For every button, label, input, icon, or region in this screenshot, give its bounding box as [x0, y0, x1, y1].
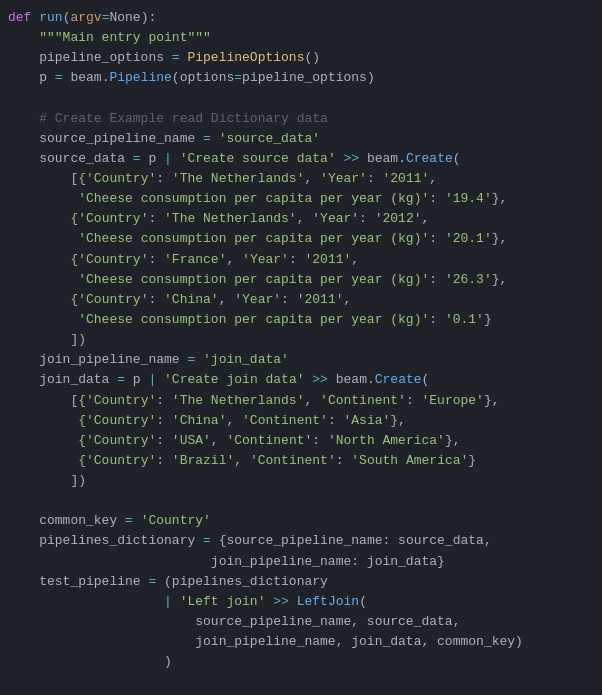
code-line: test_pipeline = (pipelines_dictionary — [0, 572, 602, 592]
code-line: source_pipeline_name = 'source_data' — [0, 129, 602, 149]
code-line: 'Cheese consumption per capita per year … — [0, 270, 602, 290]
code-line: {'Country': 'Brazil', 'Continent': 'Sout… — [0, 451, 602, 471]
code-line: pipeline_options = PipelineOptions() — [0, 48, 602, 68]
code-line: join_pipeline_name = 'join_data' — [0, 350, 602, 370]
code-line: source_pipeline_name, source_data, — [0, 612, 602, 632]
code-line: {'Country': 'USA', 'Continent': 'North A… — [0, 431, 602, 451]
code-line: [{'Country': 'The Netherlands', 'Contine… — [0, 391, 602, 411]
code-line: p = beam.Pipeline(options=pipeline_optio… — [0, 68, 602, 88]
code-line: join_data = p | 'Create join data' >> be… — [0, 370, 602, 390]
code-line: [{'Country': 'The Netherlands', 'Year': … — [0, 169, 602, 189]
code-line: {'Country': 'China', 'Continent': 'Asia'… — [0, 411, 602, 431]
code-line: source_data = p | 'Create source data' >… — [0, 149, 602, 169]
code-line — [0, 89, 602, 109]
code-line: ]) — [0, 330, 602, 350]
code-line: # Create Example read Dictionary data — [0, 109, 602, 129]
code-line: ]) — [0, 471, 602, 491]
code-line: pipelines_dictionary = {source_pipeline_… — [0, 531, 602, 551]
code-line: common_key = 'Country' — [0, 511, 602, 531]
code-line: {'Country': 'France', 'Year': '2011', — [0, 250, 602, 270]
code-line: {'Country': 'China', 'Year': '2011', — [0, 290, 602, 310]
code-line: 'Cheese consumption per capita per year … — [0, 310, 602, 330]
code-line: def run(argv=None): — [0, 8, 602, 28]
code-line: ) — [0, 652, 602, 672]
code-line — [0, 491, 602, 511]
code-line: 'Cheese consumption per capita per year … — [0, 229, 602, 249]
code-line — [0, 672, 602, 692]
code-line: | 'Left join' >> LeftJoin( — [0, 592, 602, 612]
code-line: join_pipeline_name, join_data, common_ke… — [0, 632, 602, 652]
code-line: {'Country': 'The Netherlands', 'Year': '… — [0, 209, 602, 229]
code-line: """Main entry point""" — [0, 28, 602, 48]
code-container: def run(argv=None): """Main entry point"… — [0, 0, 602, 695]
code-line: 'Cheese consumption per capita per year … — [0, 189, 602, 209]
code-line: join_pipeline_name: join_data} — [0, 552, 602, 572]
